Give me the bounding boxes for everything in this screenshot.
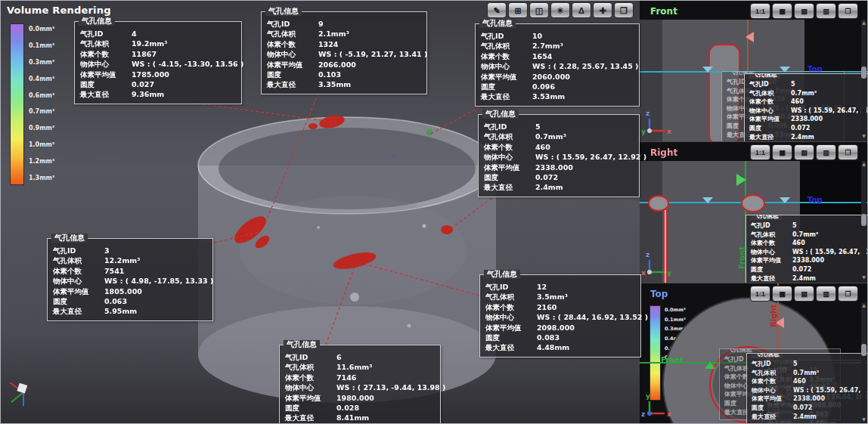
scroll-up-icon[interactable]: ▲ — [861, 162, 866, 166]
pore-box-title: 气孔信息 — [482, 110, 519, 119]
field-label-voxels: 体素个数 — [53, 266, 104, 276]
field-label-diameter: 最大直径 — [485, 342, 537, 352]
front-slice-view[interactable]: z x y Front 1:1 ▦ ▤ ▥ ❐ 0.0mm³0.1mm³0.3m… — [640, 1, 867, 141]
field-label-diameter: 最大直径 — [749, 133, 791, 141]
layout-columns-button[interactable]: ▥ — [816, 144, 836, 160]
field-value-center: WS : ( -5.19, 21.27, 13.41 ) — [318, 49, 427, 59]
field-label-diameter: 最大直径 — [285, 413, 336, 422]
field-value-roundness: 0.072 — [535, 172, 558, 182]
detach-view-button[interactable]: ❐ — [838, 3, 858, 19]
field-value-diameter: 3.35mm — [318, 79, 351, 89]
pore-info-box-3[interactable]: 气孔信息气孔ID3气孔体积12.2mm³体素个数7541物体中心WS : ( 4… — [47, 238, 213, 321]
field-value-voxels: 460 — [793, 377, 806, 386]
detach-view-button[interactable]: ❐ — [838, 144, 858, 160]
field-value-volume: 12.2mm³ — [104, 255, 140, 265]
field-value-roundness: 0.096 — [532, 82, 555, 91]
slice-grid-icon: ▦ — [779, 149, 786, 156]
zoom-1-1-button[interactable]: 1:1 — [750, 3, 770, 19]
zoom-1-1-button[interactable]: 1:1 — [750, 144, 770, 160]
field-label-voxels: 体素个数 — [751, 239, 792, 248]
zoom-1-1-icon: 1:1 — [755, 8, 765, 15]
pore-info-box-9[interactable]: 气孔信息气孔ID9气孔体积2.1mm³体素个数1324物体中心WS : ( -5… — [261, 11, 427, 94]
pore-info-box-10[interactable]: 气孔信息气孔ID10气孔体积2.7mm³体素个数1654物体中心WS : ( 2… — [475, 23, 640, 107]
field-label-diameter: 最大直径 — [267, 79, 318, 89]
scroll-handle[interactable] — [861, 214, 866, 226]
slice-grid-button[interactable]: ▦ — [772, 144, 792, 160]
slice-scrollbar[interactable]: ▲ ▼ — [861, 161, 866, 280]
field-label-roundness: 圆度 — [484, 172, 535, 182]
scroll-up-icon[interactable]: ▲ — [861, 20, 866, 25]
field-value-center: WS : ( 15.59, 26.47, 12.92 ) — [535, 152, 646, 162]
right-slice-label: Right — [770, 305, 778, 327]
volume-rendering-view[interactable]: Volume Rendering ✎ ⊞ ◫ ☀ Δ ✚ ❐ 0.0mm³0.1… — [1, 1, 640, 423]
field-label-id: 气孔ID — [752, 360, 793, 369]
field-label-volume: 气孔体积 — [53, 255, 104, 265]
field-value-mean: 2338.000 — [793, 395, 825, 404]
slice-scrollbar[interactable]: ▲ ▼ — [861, 302, 866, 422]
slice-grid-icon: ▦ — [779, 290, 786, 298]
zoom-1-1-button[interactable]: 1:1 — [750, 286, 770, 302]
pore-outline-right — [649, 196, 668, 211]
field-value-mean: 2338.000 — [791, 115, 823, 124]
field-label-volume: 气孔体积 — [267, 29, 318, 39]
pore-info-box-6[interactable]: 气孔信息气孔ID6气孔体积11.6mm³体素个数7146物体中心WS : ( 2… — [279, 345, 441, 424]
field-label-mean: 体素平均值 — [481, 72, 532, 82]
field-value-volume: 11.6mm³ — [336, 362, 372, 372]
field-value-roundness: 0.028 — [336, 403, 359, 413]
field-value-diameter: 2.4mm — [792, 274, 816, 283]
field-label-voxels: 体素个数 — [285, 373, 336, 382]
field-label-volume: 气孔体积 — [752, 369, 793, 378]
orientation-triad[interactable] — [10, 382, 27, 406]
slice-scrollbar[interactable]: ▲ ▼ — [861, 20, 866, 139]
front-toolbar: 1:1 ▦ ▤ ▥ ❐ — [750, 3, 858, 19]
field-label-roundness: 圆度 — [267, 70, 318, 79]
scroll-up-icon[interactable]: ▲ — [861, 303, 866, 308]
layout-rows-icon: ▤ — [801, 8, 808, 15]
field-label-id: 气孔ID — [285, 352, 336, 362]
layout-rows-button[interactable]: ▤ — [794, 144, 814, 160]
scroll-down-icon[interactable]: ▼ — [861, 134, 866, 138]
scroll-handle[interactable] — [861, 344, 866, 356]
scroll-handle[interactable] — [861, 67, 866, 79]
field-label-voxels: 体素个数 — [485, 302, 537, 312]
field-label-center: 物体中心 — [53, 276, 104, 286]
pore-info-box-5-front[interactable]: 气孔信息气孔ID5气孔体积0.7mm³体素个数460物体中心WS : ( 15.… — [744, 73, 867, 141]
slice-grid-button[interactable]: ▦ — [772, 286, 792, 302]
scroll-down-icon[interactable]: ▼ — [861, 417, 866, 422]
layout-columns-button[interactable]: ▥ — [816, 286, 836, 302]
field-value-roundness: 0.063 — [104, 296, 127, 306]
field-label-mean: 体素平均值 — [80, 70, 132, 79]
field-label-diameter: 最大直径 — [80, 89, 132, 99]
field-value-diameter: 2.4mm — [793, 413, 817, 422]
field-label-voxels: 体素个数 — [481, 51, 532, 61]
field-label-mean: 体素平均值 — [267, 60, 318, 70]
layout-columns-button[interactable]: ▥ — [816, 3, 836, 19]
field-value-mean: 2098.000 — [537, 323, 575, 333]
pore-info-box-4[interactable]: 气孔信息气孔ID4气孔体积19.2mm³体素个数11867物体中心WS : ( … — [74, 21, 242, 104]
field-label-center: 物体中心 — [285, 382, 336, 392]
layout-rows-button[interactable]: ▤ — [794, 286, 814, 302]
svg-text:z: z — [646, 110, 649, 117]
layout-rows-button[interactable]: ▤ — [794, 3, 814, 19]
field-value-center: WS : ( 28.44, 16.92, 13.52 ) — [537, 312, 648, 322]
slice-margin — [640, 161, 662, 283]
pore-info-box-5[interactable]: 气孔信息气孔ID5气孔体积0.7mm³体素个数460物体中心WS : ( 15.… — [478, 114, 640, 197]
field-value-id: 3 — [104, 246, 110, 255]
detach-view-button[interactable]: ❐ — [838, 286, 858, 302]
pore-info-box-12[interactable]: 气孔信息气孔ID12气孔体积3.5mm³体素个数2160物体中心WS : ( 2… — [479, 274, 641, 357]
field-label-voxels: 体素个数 — [749, 97, 791, 107]
top-slice-view[interactable]: y x z Top 1:1 ▦ ▤ ▥ ❐ 0.0mm³0.1mm³0.3mm³… — [640, 283, 867, 424]
field-label-volume: 气孔体积 — [80, 39, 132, 48]
field-value-mean: 2060.000 — [532, 72, 570, 82]
field-value-center: WS : ( 15.59, 26.47, 12.92 ) — [791, 107, 867, 116]
field-value-id: 5 — [792, 221, 797, 231]
field-label-center: 物体中心 — [485, 312, 537, 322]
right-slice-view[interactable]: z y x Right 1:1 ▦ ▤ ▥ ❐ 0.0mm³0.1mm³0.3m… — [640, 141, 867, 283]
pore-info-box-5-right[interactable]: 气孔信息气孔ID5气孔体积0.7mm³体素个数460物体中心WS : ( 15.… — [746, 215, 867, 283]
top-toolbar: 1:1 ▦ ▤ ▥ ❐ — [750, 286, 858, 302]
scroll-down-icon[interactable]: ▼ — [861, 275, 866, 280]
pore-info-box-5-top[interactable]: 气孔信息气孔ID5气孔体积0.7mm³体素个数460物体中心WS : ( 15.… — [746, 353, 867, 424]
slice-grid-button[interactable]: ▦ — [772, 3, 792, 19]
field-value-roundness: 0.027 — [132, 79, 154, 89]
field-label-id: 气孔ID — [751, 221, 792, 231]
